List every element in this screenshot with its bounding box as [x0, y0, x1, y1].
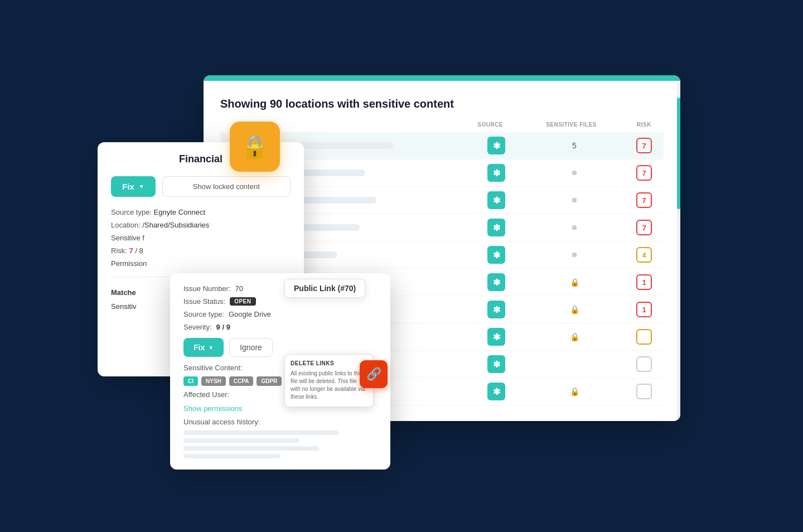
asterisk-badge: ✱ — [487, 219, 505, 236]
tag-ci: CI — [183, 376, 198, 386]
risk-separator: / — [135, 246, 139, 255]
col-header-risk: RISK — [630, 122, 658, 128]
risk-badge-yellow: 4 — [636, 247, 652, 263]
risk-cell — [630, 329, 658, 345]
source-type-value: Google Drive — [229, 310, 271, 318]
affected-user-label: Affected User: — [183, 390, 229, 399]
show-locked-button[interactable]: Show locked content — [162, 176, 291, 197]
risk-badge-red: 7 — [636, 165, 652, 181]
main-panel-title: Showing 90 locations with sensitive cont… — [220, 98, 664, 110]
ph-bar — [183, 431, 338, 435]
risk-cell: 4 — [630, 247, 658, 263]
source-cell: ✱ — [474, 191, 519, 209]
tag-ccpa: CCPA — [229, 376, 254, 386]
risk-badge-yellow — [636, 329, 652, 345]
location-label: Location: — [111, 221, 142, 229]
lock-card: 🔒 — [230, 122, 280, 172]
ph-bar — [183, 438, 299, 443]
placeholder-bars — [183, 431, 377, 458]
asterisk-badge: ✱ — [487, 355, 505, 373]
risk-total: 8 — [139, 246, 143, 255]
ph-bar — [183, 446, 319, 451]
sensitive-content-label: Sensitive Content: — [183, 364, 243, 372]
risk-badge-red: 7 — [636, 192, 652, 208]
col-header-source: SOURCE — [468, 122, 512, 128]
fix-button[interactable]: Fix ▼ — [111, 176, 156, 197]
sensitive-dot — [572, 253, 577, 257]
fix-label: Fix — [194, 343, 205, 352]
sensitive-dot — [572, 198, 577, 202]
sensitive-cell: 🔒 — [552, 305, 597, 314]
risk-cell — [630, 356, 658, 372]
sensitive-cell: 5 — [552, 141, 597, 150]
risk-badge-red: 7 — [636, 220, 652, 235]
lock-icon: 🔒 — [241, 134, 269, 160]
risk-badge-empty — [636, 356, 652, 372]
fix-button-label: Fix — [122, 182, 134, 191]
info-location: Location: /Shared/Subsidiaries — [111, 221, 291, 229]
source-cell: ✱ — [474, 355, 519, 373]
asterisk-badge: ✱ — [487, 137, 505, 154]
unusual-access-label: Unusual access history: — [183, 418, 377, 426]
source-cell: ✱ — [474, 219, 519, 236]
issue-fix-button[interactable]: Fix ▼ — [183, 338, 224, 357]
risk-badge-empty — [636, 384, 652, 399]
sensitive-cell — [552, 225, 597, 230]
info-sensitive-files: Sensitive f — [111, 234, 291, 242]
chevron-down-icon: ▼ — [139, 183, 144, 190]
sensitive-cell — [552, 171, 597, 175]
risk-label: Risk: — [111, 246, 127, 255]
issue-source-row: Source type: Google Drive — [183, 310, 377, 318]
table-header: SOURCE SENSITIVE FILES RISK — [220, 122, 664, 132]
issue-number-value: 70 — [235, 284, 243, 293]
ignore-button[interactable]: Ignore — [229, 338, 273, 357]
tag-nysh: NYSH — [201, 376, 226, 386]
financial-actions: Fix ▼ Show locked content — [111, 176, 291, 197]
risk-cell: 7 — [630, 192, 658, 208]
source-type-label: Source type: — [183, 310, 224, 318]
risk-value: 7 — [129, 246, 133, 255]
source-cell: ✱ — [474, 328, 519, 346]
chain-link-icon: 🔗 — [366, 367, 381, 381]
tag-gdpr: GDPR — [257, 376, 282, 386]
source-cell: ✱ — [474, 383, 519, 400]
info-source-type: Source type: Egnyte Connect — [111, 208, 291, 216]
delete-link-button[interactable]: 🔗 — [360, 360, 388, 388]
sensitive-dot — [572, 225, 577, 230]
issue-severity-row: Severity: 9 / 9 — [183, 323, 377, 331]
sensitive-cell — [552, 253, 597, 257]
risk-badge-red: 7 — [636, 138, 652, 153]
ph-bar — [183, 454, 280, 458]
chevron-down-icon: ▼ — [208, 345, 214, 351]
risk-cell: 1 — [630, 274, 658, 290]
sensitive-files-label: Sensitive f — [111, 234, 144, 242]
source-cell: ✱ — [474, 164, 519, 182]
risk-badge-red: 1 — [636, 274, 652, 290]
sensitive-cell — [552, 198, 597, 202]
source-cell: ✱ — [474, 301, 519, 318]
asterisk-badge: ✱ — [487, 301, 505, 318]
public-link-label: Public Link (#70) — [284, 279, 365, 298]
sensitive-cell: 🔒 — [552, 278, 597, 287]
show-permissions-link[interactable]: Show permissions — [183, 404, 243, 413]
lock-icon-small: 🔒 — [570, 305, 579, 314]
info-permissions: Permission — [111, 259, 291, 268]
lock-icon-small: 🔒 — [570, 332, 579, 341]
issue-number-label: Issue Number: — [183, 284, 231, 293]
tooltip-body: All existing public links to this file w… — [291, 370, 367, 401]
asterisk-badge: ✱ — [487, 328, 505, 346]
permissions-label: Permission — [111, 259, 147, 268]
severity-label: Severity: — [183, 323, 212, 331]
sensitive-count: 5 — [572, 141, 577, 150]
source-type-value: Egnyte Connect — [154, 208, 206, 216]
scrollbar[interactable] — [677, 81, 680, 421]
main-panel-header-bar — [204, 75, 680, 81]
sensitive-cell: 🔒 — [552, 387, 597, 396]
sensitive-cell: 🔒 — [552, 332, 597, 341]
scroll-thumb — [677, 98, 680, 209]
lock-icon-small: 🔒 — [570, 278, 579, 287]
asterisk-badge: ✱ — [487, 246, 505, 264]
risk-cell: 7 — [630, 165, 658, 181]
risk-badge-red: 1 — [636, 302, 652, 317]
risk-cell: 7 — [630, 138, 658, 153]
